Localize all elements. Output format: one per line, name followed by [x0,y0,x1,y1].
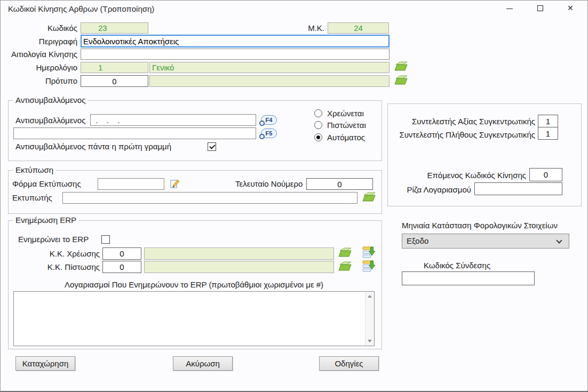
updates-erp-checkbox[interactable] [101,235,110,244]
next-code-field[interactable] [529,168,562,181]
kk-credit-desc-field[interactable] [144,261,334,273]
kodikos-field[interactable] [81,22,148,34]
always-first-line-label: Αντισυμβαλλόμενος πάντα η πρώτη γραμμή [15,141,171,152]
printer-field[interactable] [62,192,357,204]
aitiologia-label: Αιτιολογία Κίνησης [5,49,77,60]
maximize-button[interactable] [528,1,553,17]
updates-erp-label: Ενημερώνει το ERP [18,235,89,244]
monthly-statement-select[interactable]: Εξοδο [402,234,569,249]
kk-credit-folder-icon[interactable] [338,260,352,274]
account-root-field[interactable] [474,182,562,195]
imerologio-desc-field[interactable] [149,62,390,73]
perigrafi-field[interactable] [81,35,390,47]
count-factor-field[interactable] [538,127,558,140]
connection-code-field[interactable] [402,271,535,285]
textarea-scrollbar[interactable] [365,292,374,346]
radio-credit-label: Πιστώνεται [327,121,366,130]
monthly-statement-label: Μηνιαία Κατάσταση Φορολογικών Στοιχείων [402,221,558,230]
protypo-folder-icon[interactable] [394,74,408,88]
edit-form-icon[interactable] [170,178,181,191]
last-number-field[interactable] [306,178,373,190]
maximize-icon [537,5,543,11]
value-factor-label: Συντελεστής Αξίας Συγκεντρωτικής [395,115,535,127]
kodikos-label: Κωδικός [22,22,77,34]
radio-automatic[interactable] [314,133,322,141]
printer-folder-icon[interactable] [362,191,376,205]
radio-credit[interactable] [314,121,322,129]
save-button[interactable]: Καταχώρηση [15,356,75,371]
protypo-desc-field[interactable] [149,75,390,87]
counterparty-name-field[interactable] [13,127,256,139]
kk-credit-label: Κ.Κ. Πίστωσης [43,261,100,273]
minimize-button[interactable] [497,1,522,17]
cancel-button[interactable]: Ακύρωση [173,356,233,371]
always-first-line-checkbox[interactable] [208,142,216,151]
printing-group-title: Εκτύπωση [13,165,56,174]
kk-debit-label: Κ.Κ. Χρέωσης [43,247,100,260]
imerologio-label: Ημερολόγιο [22,62,77,73]
window-title: Κωδικοί Κίνησης Αρθρων (Τροποποίηση) [8,4,154,13]
next-code-label: Επόμενος Κωδικός Κίνησης [395,169,526,182]
radio-debit-label: Χρεώνεται [327,109,364,118]
scroll-down-icon[interactable] [365,337,374,346]
mk-label: Μ.Κ. [289,22,324,34]
radio-automatic-label: Αυτόματος [327,133,365,142]
value-factor-field[interactable] [538,115,558,127]
kk-debit-desc-field[interactable] [144,247,334,260]
kk-credit-list-insert-icon[interactable] [362,260,375,275]
chevron-down-icon [556,237,562,243]
print-form-field[interactable] [98,178,164,190]
erp-accounts-textarea[interactable] [13,291,375,346]
lookup-f4-icon[interactable]: F4 [261,115,277,125]
minimize-icon [506,9,513,9]
dialog-window: Κωδικοί Κίνησης Αρθρων (Τροποποίηση) ✕ Κ… [0,0,588,392]
printer-label: Εκτυπωτής [12,192,52,204]
connection-code-label: Κωδικός Σύνδεσης [424,261,490,270]
mk-field[interactable] [328,22,389,34]
help-button[interactable]: Οδηγίες [319,356,379,371]
kk-debit-folder-icon[interactable] [338,246,352,260]
aitiologia-field[interactable] [81,49,390,60]
lookup-f5-icon[interactable]: F5 [261,129,277,138]
last-number-label: Τελευταίο Νούμερο [235,178,303,190]
imerologio-folder-icon[interactable] [394,60,408,74]
kk-credit-field[interactable] [102,261,141,273]
counterparty-code-field[interactable] [90,114,256,126]
count-factor-label: Συντελεστής Πλήθους Συγκεντρωτικής [392,129,535,141]
erp-group-title: Ενημέρωση ERP [13,215,79,225]
monthly-statement-value: Εξοδο [407,236,428,245]
title-bar: Κωδικοί Κίνησης Αρθρων (Τροποποίηση) ✕ [1,1,587,17]
counterparty-group-title: Αντισυμβαλλόμενος [13,95,88,105]
account-root-label: Ρίζα Λογαριασμού [395,183,471,196]
protypo-field[interactable] [81,75,148,87]
close-button[interactable]: ✕ [560,1,584,17]
imerologio-field[interactable] [81,62,148,73]
erp-accounts-label: Λογαριασμοί Που Ενημερώνουν το ERP (πρωτ… [13,280,375,290]
print-form-label: Φόρμα Εκτύπωσης [12,178,81,190]
kk-debit-list-insert-icon[interactable] [362,246,375,261]
kk-debit-field[interactable] [102,247,141,260]
close-icon: ✕ [567,4,574,12]
scroll-up-icon[interactable] [365,292,374,301]
counterparty-label: Αντισυμβαλλόμενος [15,115,85,126]
radio-debit[interactable] [314,109,322,117]
protypo-label: Πρότυπο [22,75,77,87]
perigrafi-label: Περιγραφή [22,35,77,47]
